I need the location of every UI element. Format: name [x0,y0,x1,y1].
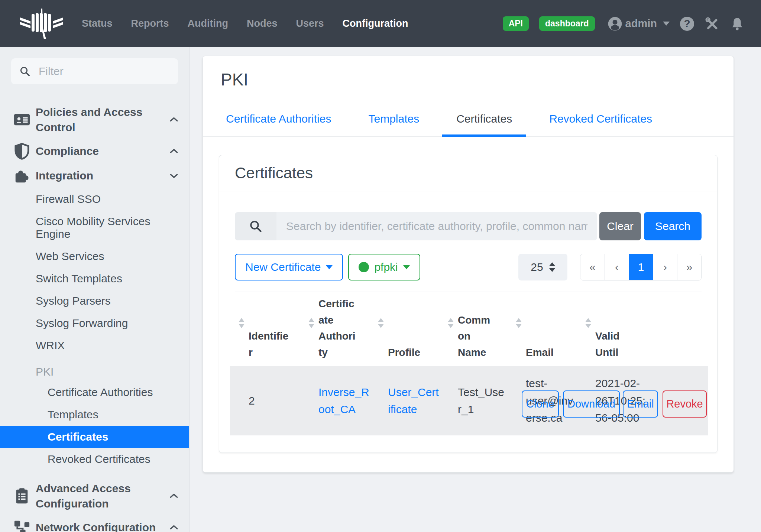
column-header-profile[interactable]: Profile [388,344,433,360]
main-menu: Status Reports Auditing Nodes Users Conf… [82,18,408,29]
sidebar-item-syslog-forwarding[interactable]: Syslog Forwarding [0,312,189,334]
sidebar-item-web-services[interactable]: Web Services [0,245,189,267]
nav-item-auditing[interactable]: Auditing [188,18,228,29]
tab-certificate-authorities[interactable]: Certificate Authorities [212,103,345,137]
sort-icon[interactable] [308,318,314,328]
cell-profile: User_Certificate [388,366,439,435]
sidebar: Policies and Access Control Compliance [0,47,190,532]
profile-link[interactable]: User_Certificate [388,384,439,418]
nav-item-configuration[interactable]: Configuration [343,18,408,29]
column-header-email[interactable]: Email [526,344,570,360]
column-header-common-name[interactable]: Common Name [458,312,495,360]
sidebar-group-label: Compliance [36,143,99,159]
pagination-prev[interactable]: ‹ [605,254,629,280]
dashboard-badge[interactable]: dashboard [539,16,595,31]
search-icon [19,66,30,77]
nav-item-users[interactable]: Users [296,18,324,29]
column-header-identifier[interactable]: Identifier [249,328,289,360]
ca-selector-label: pfpki [374,262,398,273]
sidebar-item-revoked-certificates[interactable]: Revoked Certificates [0,448,189,470]
new-certificate-button[interactable]: New Certificate [235,254,343,280]
cell-certificate-authority: Inverse_Root_CA [318,366,370,435]
top-navbar: Status Reports Auditing Nodes Users Conf… [0,0,761,47]
sidebar-item-certificates[interactable]: Certificates [0,426,189,448]
sidebar-group-network-configuration[interactable]: Network Configuration [0,515,189,532]
pagination-last[interactable]: » [677,254,701,280]
chevron-up-icon [169,491,179,501]
pki-tabs: Certificate Authorities Templates Certif… [203,103,734,137]
sidebar-group-advanced-access-configuration[interactable]: Advanced Access Configuration [0,477,189,515]
pki-card: PKI Certificate Authorities Templates Ce… [203,56,734,473]
new-certificate-label: New Certificate [245,262,321,273]
table-header: Identifier Certificate Authority Profile… [230,292,708,366]
ca-selector-button[interactable]: pfpki [348,254,420,280]
sort-icon[interactable] [239,318,245,328]
sidebar-item-syslog-parsers[interactable]: Syslog Parsers [0,290,189,312]
filter-input[interactable] [39,65,170,78]
sidebar-item-cisco-mobility-services-engine[interactable]: Cisco Mobility Services Engine [0,210,189,245]
cell-identifier: 2 [249,366,289,435]
sidebar-item-wrix[interactable]: WRIX [0,334,189,357]
sidebar-group-policies-and-access-control[interactable]: Policies and Access Control [0,101,189,139]
sidebar-group-label: Network Configuration [36,520,156,532]
pagination-next[interactable]: › [653,254,677,280]
chevron-down-icon [326,265,333,269]
tools-icon[interactable] [705,16,719,31]
sidebar-item-certificate-authorities[interactable]: Certificate Authorities [0,381,189,403]
sort-icon[interactable] [448,318,454,328]
navbar-right: API dashboard admin ? [503,16,745,31]
sort-icon[interactable] [585,318,591,328]
sidebar-group-label: Integration [36,168,93,183]
pagination-first[interactable]: « [580,254,605,280]
bell-icon[interactable] [730,16,745,31]
sidebar-item-switch-templates[interactable]: Switch Templates [0,267,189,290]
sort-icon[interactable] [378,318,384,328]
search-icon [249,220,262,233]
chevron-up-icon [169,146,179,156]
tab-certificates[interactable]: Certificates [442,103,526,137]
clipboard-icon [13,487,30,505]
main-content: PKI Certificate Authorities Templates Ce… [190,47,761,532]
search-input[interactable] [276,212,597,240]
email-button[interactable]: Email [623,390,658,418]
sidebar-group-integration[interactable]: Integration [0,163,189,188]
clone-button[interactable]: Clone [522,390,559,418]
nav-item-nodes[interactable]: Nodes [247,18,278,29]
sidebar-item-firewall-sso[interactable]: Firewall SSO [0,188,189,210]
sidebar-group-label: Policies and Access Control [36,104,147,135]
user-menu[interactable]: admin [608,16,670,31]
nav-item-reports[interactable]: Reports [131,18,169,29]
tab-templates[interactable]: Templates [354,103,433,137]
search-button[interactable]: Search [644,212,702,240]
help-icon[interactable]: ? [680,17,694,31]
search-icon-box [235,212,276,240]
sidebar-section-pki: PKI [0,363,189,381]
id-card-icon [13,111,30,128]
puzzle-piece-icon [13,167,30,184]
clear-button[interactable]: Clear [599,212,641,240]
page-size-value: 25 [531,261,543,273]
sort-icon[interactable] [516,318,522,328]
sidebar-filter [11,58,178,84]
stepper-icon [549,262,555,272]
toolbar: New Certificate pfpki 25 [235,254,702,280]
table-row[interactable]: 2 Inverse_Root_CA User_Certificate Test_… [230,366,708,435]
nav-item-status[interactable]: Status [82,18,113,29]
sidebar-group-compliance[interactable]: Compliance [0,139,189,163]
sidebar-item-templates[interactable]: Templates [0,403,189,426]
card-title: Certificates [235,164,702,182]
download-button[interactable]: Download [563,390,620,418]
pagination: « ‹ 1 › » [580,254,702,280]
revoke-button[interactable]: Revoke [663,390,707,418]
column-header-valid-until[interactable]: Valid Until [595,328,632,360]
pagination-page-1[interactable]: 1 [629,254,653,280]
packetfence-logo [19,8,64,40]
api-badge[interactable]: API [503,16,529,31]
column-header-certificate-authority[interactable]: Certificate Authority [318,296,356,360]
sidebar-group-label: Advanced Access Configuration [36,481,147,512]
search-bar: Clear Search [235,212,702,240]
tab-revoked-certificates[interactable]: Revoked Certificates [535,103,666,137]
certificate-authority-link[interactable]: Inverse_Root_CA [318,384,370,418]
page-size-select[interactable]: 25 [518,254,567,280]
certificates-card: Certificates Clear Search [219,155,718,453]
